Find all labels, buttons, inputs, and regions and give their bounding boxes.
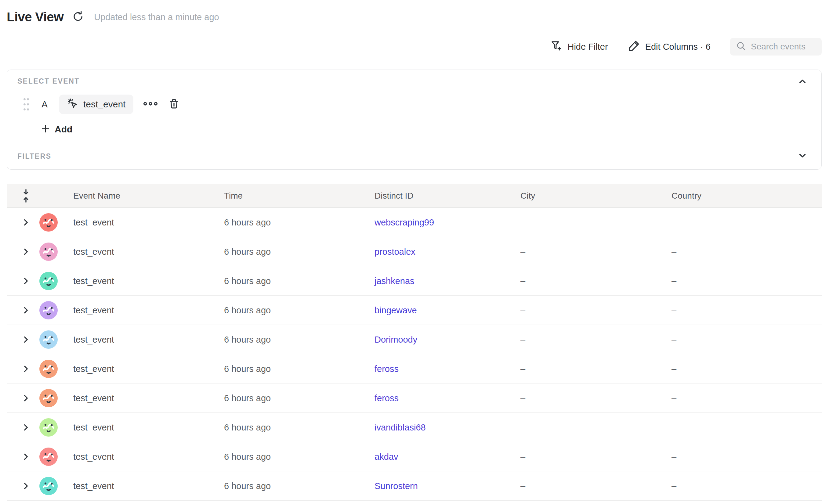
event-name-cell: test_event <box>73 451 114 462</box>
cursor-click-icon <box>67 97 79 111</box>
pencil-icon <box>628 39 641 54</box>
edit-columns-button[interactable]: Edit Columns · 6 <box>628 39 711 54</box>
country-cell: – <box>671 422 677 432</box>
search-box[interactable] <box>730 38 822 55</box>
row-expand-chevron-icon[interactable] <box>21 481 31 491</box>
distinct-id-link[interactable]: akdav <box>374 451 398 462</box>
toolbar: Hide Filter Edit Columns · 6 <box>550 37 822 56</box>
country-cell: – <box>671 335 677 344</box>
expand-filters-button[interactable] <box>797 151 808 162</box>
events-table: Event Name Time Distinct ID City Country… <box>7 184 822 501</box>
user-avatar <box>39 242 58 261</box>
chevron-down-icon <box>797 150 808 162</box>
table-row: test_event6 hours agoprostoalex–– <box>7 237 822 266</box>
country-cell: – <box>671 393 677 403</box>
table-row: test_event6 hours agofeross–– <box>7 383 822 413</box>
user-avatar <box>39 389 58 407</box>
event-name-cell: test_event <box>73 422 114 432</box>
city-cell: – <box>521 393 525 403</box>
table-row: test_event6 hours agobingewave–– <box>7 295 822 325</box>
distinct-id-link[interactable]: prostoalex <box>374 247 416 256</box>
event-name-cell: test_event <box>73 217 114 227</box>
add-event-button[interactable]: Add <box>40 124 72 135</box>
country-cell: – <box>671 217 677 227</box>
distinct-id-link[interactable]: feross <box>374 393 399 403</box>
distinct-id-link[interactable]: feross <box>374 364 399 374</box>
row-expand-chevron-icon[interactable] <box>21 217 31 228</box>
user-avatar <box>39 330 58 349</box>
hide-filter-button[interactable]: Hide Filter <box>550 39 608 54</box>
city-cell: – <box>521 276 525 286</box>
event-name-cell: test_event <box>73 305 114 315</box>
plus-icon <box>40 124 50 135</box>
distinct-id-link[interactable]: webscraping99 <box>374 217 434 227</box>
time-cell: 6 hours ago <box>224 247 271 256</box>
collapse-all-icon[interactable] <box>21 188 31 203</box>
row-expand-chevron-icon[interactable] <box>21 305 31 316</box>
event-name-cell: test_event <box>73 364 114 374</box>
city-cell: – <box>521 305 525 315</box>
event-name-cell: test_event <box>73 481 114 491</box>
three-dots-icon <box>143 101 158 108</box>
row-expand-chevron-icon[interactable] <box>21 393 31 403</box>
distinct-id-link[interactable]: bingewave <box>374 305 417 315</box>
user-avatar <box>39 272 58 290</box>
time-cell: 6 hours ago <box>224 305 271 315</box>
drag-handle-icon[interactable] <box>22 96 30 112</box>
row-expand-chevron-icon[interactable] <box>21 335 31 345</box>
filters-section[interactable]: FILTERS <box>7 143 821 169</box>
refresh-button[interactable] <box>71 11 85 24</box>
hide-filter-label: Hide Filter <box>567 42 608 52</box>
search-input[interactable] <box>751 42 816 52</box>
row-expand-chevron-icon[interactable] <box>21 247 31 257</box>
row-expand-chevron-icon[interactable] <box>21 364 31 374</box>
delete-event-button[interactable] <box>168 97 180 111</box>
column-header-city[interactable]: City <box>521 191 535 201</box>
add-button-label: Add <box>55 124 72 134</box>
trash-icon <box>168 97 180 111</box>
time-cell: 6 hours ago <box>224 364 271 374</box>
table-body: test_event6 hours agowebscraping99––test… <box>7 208 822 501</box>
search-icon <box>736 40 747 53</box>
query-builder-card: SELECT EVENT A <box>7 70 822 169</box>
user-avatar <box>39 213 58 232</box>
time-cell: 6 hours ago <box>224 393 271 403</box>
city-cell: – <box>521 364 525 374</box>
table-row: test_event6 hours agoDorimoody–– <box>7 325 822 354</box>
column-header-time[interactable]: Time <box>224 191 243 201</box>
city-cell: – <box>521 422 525 432</box>
table-header: Event Name Time Distinct ID City Country <box>7 184 822 208</box>
collapse-section-button[interactable] <box>797 76 808 88</box>
filters-label: FILTERS <box>17 152 52 161</box>
event-options-button[interactable] <box>143 101 158 108</box>
updated-status: Updated less than a minute ago <box>94 12 219 22</box>
row-expand-chevron-icon[interactable] <box>21 451 31 462</box>
city-cell: – <box>521 481 525 491</box>
page-title: Live View <box>7 10 64 24</box>
event-selector-chip[interactable]: test_event <box>59 94 134 114</box>
table-row: test_event6 hours agoSunrostern–– <box>7 471 822 501</box>
city-cell: – <box>521 217 525 227</box>
table-row: test_event6 hours agoakdav–– <box>7 442 822 471</box>
country-cell: – <box>671 481 677 491</box>
distinct-id-link[interactable]: Dorimoody <box>374 335 417 344</box>
distinct-id-link[interactable]: ivandiblasi68 <box>374 422 426 432</box>
event-query-row: A test_event <box>22 94 821 114</box>
row-expand-chevron-icon[interactable] <box>21 276 31 286</box>
distinct-id-link[interactable]: Sunrostern <box>374 481 418 491</box>
user-avatar <box>39 477 58 495</box>
page-header: Live View Updated less than a minute ago <box>7 7 219 27</box>
country-cell: – <box>671 276 677 286</box>
column-header-country[interactable]: Country <box>671 191 701 201</box>
column-header-event-name[interactable]: Event Name <box>73 191 120 201</box>
event-name-cell: test_event <box>73 276 114 286</box>
time-cell: 6 hours ago <box>224 422 271 432</box>
refresh-icon <box>72 10 85 24</box>
funnel-plus-icon <box>550 39 562 54</box>
user-avatar <box>39 301 58 320</box>
distinct-id-link[interactable]: jashkenas <box>374 276 415 286</box>
row-expand-chevron-icon[interactable] <box>21 422 31 433</box>
country-cell: – <box>671 451 677 462</box>
table-row: test_event6 hours agojashkenas–– <box>7 266 822 295</box>
column-header-distinct-id[interactable]: Distinct ID <box>374 191 414 201</box>
